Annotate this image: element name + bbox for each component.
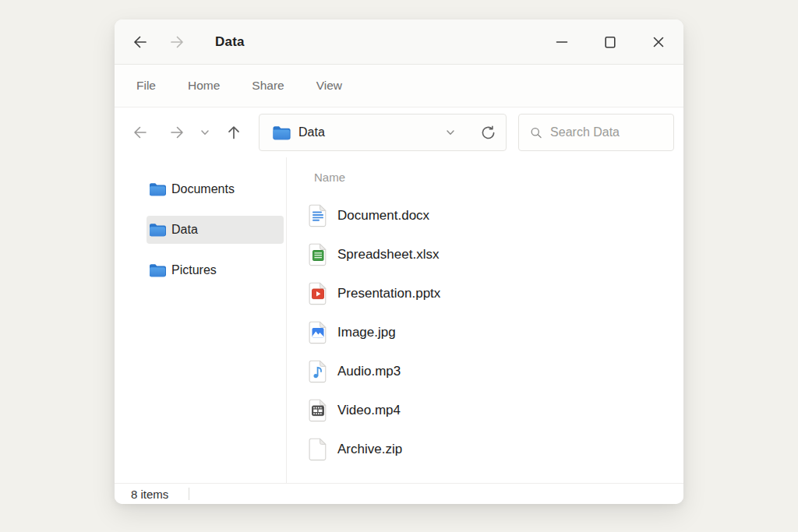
- menu-share[interactable]: Share: [252, 79, 284, 93]
- sidebar-item-label: Data: [171, 223, 198, 237]
- folder-icon: [149, 263, 166, 277]
- menu-file[interactable]: File: [136, 79, 156, 93]
- folder-icon: [149, 223, 166, 237]
- file-name: Image.jpg: [337, 325, 396, 340]
- navigation-toolbar: Data: [115, 107, 683, 157]
- folder-icon: [149, 182, 166, 196]
- title-bar: Data: [115, 19, 683, 65]
- sidebar-item-documents[interactable]: Documents: [147, 175, 284, 203]
- minimize-button[interactable]: [554, 34, 570, 50]
- titlebar-forward-button[interactable]: [168, 33, 186, 51]
- file-name: Audio.mp3: [337, 364, 401, 379]
- back-arrow-icon: [132, 124, 149, 141]
- content-area: Documents Data Pictures Name: [115, 157, 683, 483]
- folder-icon: [272, 125, 291, 140]
- file-name: Video.mp4: [337, 403, 401, 418]
- statusbar-divider: [189, 488, 189, 500]
- refresh-button[interactable]: [480, 125, 496, 141]
- file-name: Document.docx: [337, 208, 429, 224]
- search-icon: [530, 125, 542, 140]
- back-arrow-icon: [132, 33, 149, 51]
- file-row[interactable]: Document.docx: [309, 196, 683, 235]
- file-row[interactable]: Presentation.pptx: [309, 274, 683, 313]
- file-row[interactable]: Audio.mp3: [309, 352, 683, 391]
- search-input[interactable]: [550, 125, 662, 139]
- sidebar-item-label: Pictures: [171, 263, 217, 277]
- up-button[interactable]: [224, 123, 243, 142]
- file-row[interactable]: Video.mp4: [309, 391, 683, 430]
- jpg-file-icon: [309, 321, 327, 344]
- sidebar-item-data[interactable]: Data: [147, 216, 284, 244]
- file-name: Presentation.pptx: [337, 286, 440, 301]
- up-arrow-icon: [225, 124, 242, 141]
- menu-view[interactable]: View: [316, 79, 342, 93]
- item-count: 8 items: [131, 488, 168, 501]
- titlebar-back-button[interactable]: [131, 33, 150, 51]
- mp3-file-icon: [309, 360, 327, 383]
- close-button[interactable]: [651, 34, 666, 50]
- menu-home[interactable]: Home: [188, 79, 220, 93]
- zip-file-icon: [309, 438, 327, 461]
- maximize-icon: [602, 34, 618, 50]
- window-controls: [554, 34, 666, 50]
- forward-arrow-icon: [168, 124, 185, 141]
- sidebar-item-label: Documents: [171, 182, 235, 196]
- chevron-down-icon: [445, 127, 456, 138]
- address-location: Data: [298, 125, 325, 139]
- file-row[interactable]: Image.jpg: [309, 313, 683, 352]
- sidebar-item-pictures[interactable]: Pictures: [147, 256, 284, 284]
- file-explorer-window: Data File Home Share View: [115, 19, 683, 504]
- docx-file-icon: [309, 204, 327, 227]
- xlsx-file-icon: [309, 243, 327, 266]
- menu-bar: File Home Share View: [115, 65, 683, 107]
- file-name: Archive.zip: [337, 442, 402, 457]
- file-list: Name Document.docx: [287, 157, 683, 483]
- window-title: Data: [215, 34, 245, 50]
- sidebar: Documents Data Pictures: [115, 157, 287, 483]
- recent-locations-button[interactable]: [198, 123, 212, 142]
- column-header-name[interactable]: Name: [314, 167, 683, 186]
- address-bar[interactable]: Data: [259, 114, 507, 151]
- status-bar: 8 items: [115, 483, 683, 504]
- file-row[interactable]: Spreadsheet.xlsx: [309, 235, 683, 274]
- pptx-file-icon: [309, 282, 327, 305]
- file-name: Spreadsheet.xlsx: [337, 247, 439, 262]
- address-dropdown-button[interactable]: [445, 127, 456, 138]
- search-box[interactable]: [518, 114, 674, 151]
- minimize-icon: [554, 34, 570, 50]
- nav-back-button[interactable]: [131, 123, 150, 142]
- close-icon: [651, 34, 666, 50]
- mp4-file-icon: [309, 399, 327, 422]
- nav-forward-button[interactable]: [168, 123, 186, 142]
- maximize-button[interactable]: [602, 34, 618, 50]
- refresh-icon: [480, 125, 496, 141]
- forward-arrow-icon: [168, 33, 185, 51]
- chevron-down-icon: [200, 127, 210, 138]
- file-row[interactable]: Archive.zip: [309, 430, 683, 469]
